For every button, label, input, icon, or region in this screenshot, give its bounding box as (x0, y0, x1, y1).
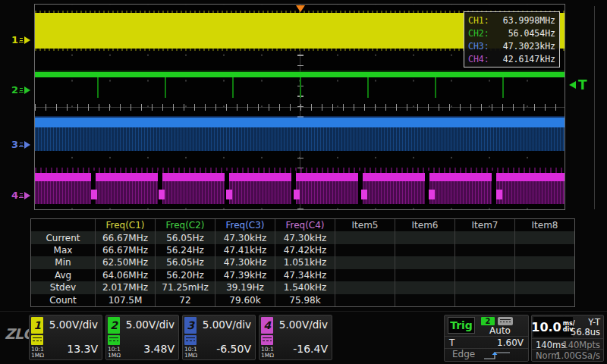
cell-stdev-item6 (395, 281, 455, 293)
ch3-marker-arrow-icon (24, 141, 30, 149)
cell-current-item7 (455, 231, 515, 243)
header-item7[interactable]: Item7 (455, 219, 515, 231)
cell-count-c4: 75.98k (275, 294, 335, 306)
cell-current-item5 (335, 231, 395, 243)
trigger-level-arrow-icon (569, 81, 576, 89)
cell-stdev-c1: 2.017MHz (96, 281, 156, 293)
freq-ch3-value: 47.3023kHz (503, 40, 555, 52)
frequency-counter-box: CH1: 63.9998MHz CH2: 56.0454Hz CH3: 47.3… (464, 11, 560, 67)
ch3-number-badge: 3 (184, 317, 197, 334)
cell-avg-item8 (515, 269, 574, 281)
row-label: Stdev (31, 281, 96, 293)
header-freq-c1[interactable]: Freq(C1) (96, 219, 156, 231)
timebase-status-panel[interactable]: 10.0 ms/ div Y-T 56.8us 140ms 140Mpts No… (531, 315, 604, 362)
freq-ch4-value: 42.6147kHz (503, 53, 555, 65)
freq-ch3-label: CH3: (468, 40, 489, 52)
ch4-status-panel[interactable]: 4 10:1 1MΩ 5.00V/div -16.4V (259, 315, 332, 360)
cell-max-c4: 47.42kHz (275, 244, 335, 256)
freq-ch1-value: 63.9998MHz (503, 14, 555, 27)
cell-min-item6 (395, 256, 455, 268)
ch1-number-badge: 1 (31, 317, 43, 334)
cell-min-c3: 47.30kHz (215, 256, 275, 268)
sample-rate: 1.00GSa/s (555, 350, 600, 361)
ch1-scale: 5.00V/div (49, 318, 98, 331)
cell-avg-c3: 47.39kHz (215, 269, 275, 281)
freq-row-ch1: CH1: 63.9998MHz (468, 14, 555, 27)
horizontal-delay: 56.8us (571, 327, 600, 337)
ch3-offset: -6.50V (216, 343, 251, 355)
cell-min-c2: 56.05Hz (156, 256, 215, 268)
ch1-ground-icon (19, 37, 24, 42)
ch3-scale: 5.00V/div (203, 318, 251, 331)
ch2-marker-arrow-icon (24, 86, 30, 94)
ch4-position-marker[interactable]: 4 (11, 189, 34, 202)
ch3-ground-icon (19, 142, 24, 147)
header-item6[interactable]: Item6 (395, 219, 455, 231)
trigger-level-marker[interactable]: T (569, 77, 587, 93)
cell-stdev-item5 (335, 281, 395, 293)
trigger-level-value: 1.60V (497, 337, 524, 348)
row-label: Avg (31, 269, 96, 281)
ch4-waveform-gap-pulses (35, 190, 565, 199)
ch2-waveform-pulses (35, 77, 565, 98)
header-item8[interactable]: Item8 (515, 219, 574, 231)
timebase-scale-value: 10.0 (531, 320, 561, 334)
trigger-position-marker-icon[interactable] (296, 5, 305, 12)
table-row-avg: Avg 64.06MHz 56.20Hz 47.39kHz 47.34kHz (31, 269, 574, 281)
freq-ch2-label: CH2: (468, 27, 489, 39)
measurement-header-row: Freq(C1) Freq(C2) Freq(C3) Freq(C4) Item… (31, 219, 574, 231)
trigger-status-panel[interactable]: Trig 2 Auto T 1.60V Edge (444, 315, 529, 362)
oscilloscope-screen: 1 2 3 4 T CH1: 63.9998MHz CH2: 56.0454Hz… (0, 0, 607, 364)
ch3-waveform-fill (35, 127, 565, 151)
cell-count-item7 (455, 294, 515, 306)
ch1-status-panel[interactable]: 1 10:1 1MΩ 5.00V/div 13.3V (29, 315, 102, 360)
cell-min-item8 (515, 256, 574, 268)
cell-stdev-c2: 71.25mHz (156, 281, 215, 293)
bottom-status-bar: ZLG® 1 10:1 1MΩ 5.00V/div 13.3V 2 10:1 1… (0, 311, 607, 364)
ch2-status-panel[interactable]: 2 10:1 1MΩ 5.00V/div 3.48V (105, 315, 179, 360)
ch2-probe-info: 10:1 1MΩ (108, 347, 121, 359)
ch4-marker-arrow-icon (24, 192, 30, 199)
ch4-impedance: 1MΩ (261, 353, 274, 359)
header-freq-c3[interactable]: Freq(C3) (215, 219, 275, 231)
cell-current-c1: 66.67MHz (96, 231, 156, 243)
cell-max-item6 (395, 244, 455, 256)
header-freq-c2[interactable]: Freq(C2) (156, 219, 215, 231)
cell-max-item5 (335, 244, 395, 256)
trigger-sweep-mode: Auto (481, 325, 519, 336)
header-item5[interactable]: Item5 (335, 219, 395, 231)
ch2-coupling-icon (108, 335, 120, 345)
ch2-marker-label: 2 (11, 84, 18, 96)
cell-max-item7 (455, 244, 515, 256)
ch2-scale: 5.00V/div (126, 318, 175, 331)
ch3-impedance: 1MΩ (184, 353, 197, 359)
cell-avg-c2: 56.20Hz (156, 269, 215, 281)
row-label: Count (31, 294, 96, 306)
ch1-position-marker[interactable]: 1 (11, 33, 34, 46)
cell-avg-item5 (335, 269, 395, 281)
ch3-coupling-icon (184, 335, 197, 345)
cell-count-c2: 72 (156, 294, 215, 306)
cell-count-c1: 107.5M (96, 294, 156, 306)
ch1-probe-info: 10:1 1MΩ (31, 347, 44, 359)
ch3-position-marker[interactable]: 3 (11, 138, 34, 151)
cell-max-c3: 47.41kHz (215, 244, 275, 256)
ch3-status-panel[interactable]: 3 10:1 1MΩ 5.00V/div -6.50V (182, 315, 256, 360)
header-freq-c4[interactable]: Freq(C4) (275, 219, 335, 231)
cell-count-item8 (515, 294, 574, 306)
cell-count-item5 (335, 294, 395, 306)
cell-min-c4: 1.051kHz (275, 256, 335, 268)
cell-current-c3: 47.30kHz (215, 231, 275, 243)
ch2-position-marker[interactable]: 2 (11, 83, 34, 96)
ch4-waveform-gaps (35, 171, 565, 205)
header-blank (31, 219, 96, 231)
ch2-waveform (35, 72, 565, 77)
cell-max-c2: 56.24Hz (156, 244, 215, 256)
cell-current-c4: 47.30kHz (275, 231, 335, 243)
ch4-probe-info: 10:1 1MΩ (261, 347, 274, 359)
cell-current-item8 (515, 231, 574, 243)
cell-count-item6 (395, 294, 455, 306)
cell-avg-item6 (395, 269, 455, 281)
ch4-coupling-icon (261, 335, 273, 345)
ch3-probe-info: 10:1 1MΩ (184, 347, 197, 359)
